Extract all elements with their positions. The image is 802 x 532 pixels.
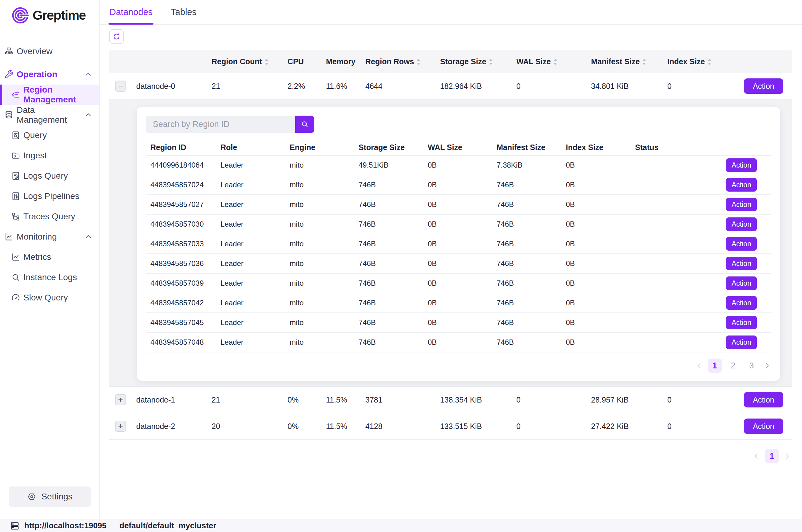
region-search [146, 116, 771, 133]
search-button[interactable] [295, 116, 314, 133]
sidebar-item-label: Metrics [23, 252, 51, 262]
sidebar-item-ingest[interactable]: Ingest [0, 146, 99, 166]
sliders-icon [11, 192, 20, 201]
sort-icon[interactable] [707, 58, 712, 65]
memory-value: 11.5% [321, 422, 360, 431]
region-action-button[interactable]: Action [726, 158, 757, 172]
action-button[interactable]: Action [744, 419, 783, 434]
wal-size-value: 0B [423, 161, 492, 169]
sidebar-item-monitoring[interactable]: Monitoring [0, 227, 99, 247]
page-button[interactable]: 1 [708, 359, 722, 373]
sidebar-item-instance-logs[interactable]: Instance Logs [0, 267, 99, 287]
refresh-icon [112, 32, 121, 41]
status-bar: http://localhost:19095 default/default_m… [0, 519, 802, 532]
next-page-button[interactable] [763, 362, 771, 369]
action-button[interactable]: Action [744, 392, 783, 407]
column-header-label: Storage Size [359, 143, 405, 152]
region-action-button[interactable]: Action [726, 217, 757, 231]
refresh-button[interactable] [109, 29, 124, 44]
tab[interactable]: Datanodes [110, 0, 153, 24]
page-button[interactable]: 2 [726, 359, 740, 373]
cluster-name[interactable]: default/default_mycluster [119, 521, 216, 530]
chevron-right-icon [783, 452, 791, 460]
cpu-value: 0% [282, 396, 321, 404]
chevron-up-icon[interactable] [84, 71, 92, 78]
main-content: Datanodes Tables [100, 0, 802, 519]
column-header: Storage Size [354, 143, 423, 152]
wrench-icon [4, 70, 14, 79]
index-size-value: 0B [561, 279, 631, 287]
gauge-icon [11, 293, 20, 302]
role-value: Leader [216, 299, 285, 307]
prev-page-button[interactable] [695, 362, 703, 369]
manifest-size-value: 7.38KiB [492, 161, 561, 169]
wal-size-value: 0B [423, 180, 492, 189]
action-button[interactable]: Action [744, 78, 783, 94]
sidebar-item-traces-query[interactable]: Traces Query [0, 206, 99, 227]
sidebar-item-region-management[interactable]: Region Management [0, 84, 99, 105]
region-id: 4483945857030 [146, 220, 216, 228]
cpu-value: 2.2% [282, 82, 321, 91]
region-id: 4483945857048 [146, 338, 216, 346]
region-action-button[interactable]: Action [726, 336, 757, 349]
region-id: 4483945857027 [146, 200, 216, 209]
region-action-button[interactable]: Action [726, 237, 757, 251]
region-action-button[interactable]: Action [726, 296, 757, 310]
wal-size-value: 0B [423, 259, 492, 268]
storage-size-value: 138.354 KiB [435, 396, 511, 404]
sidebar-item-logs-query[interactable]: Logs Query [0, 166, 99, 186]
manifest-size-value: 34.801 KiB [586, 82, 662, 91]
index-size-value: 0 [662, 396, 736, 404]
greptime-spiral-icon [12, 7, 29, 24]
sort-icon[interactable] [265, 58, 269, 65]
index-size-value: 0 [662, 422, 736, 431]
sidebar-item-metrics[interactable]: Metrics [0, 247, 99, 267]
wal-size-value: 0 [511, 422, 586, 431]
action-cell: Action [736, 78, 792, 94]
column-header-label: Manifest Size [497, 143, 545, 152]
engine-value: mito [285, 338, 354, 346]
page-button[interactable]: 1 [765, 449, 779, 463]
region-action-button[interactable]: Action [726, 316, 757, 329]
server-url[interactable]: http://localhost:19095 [24, 521, 107, 530]
doc-edit-icon [11, 171, 20, 180]
action-cell: Action [695, 217, 771, 231]
sort-icon[interactable] [553, 58, 557, 65]
page-button[interactable]: 3 [744, 359, 759, 373]
engine-value: mito [285, 279, 354, 287]
chevron-up-icon[interactable] [84, 233, 92, 241]
search-input[interactable] [146, 116, 295, 133]
next-page-button[interactable] [783, 452, 791, 460]
role-value: Leader [216, 279, 285, 287]
expand-button[interactable] [115, 421, 126, 432]
storage-size-value: 746B [354, 338, 423, 346]
collapse-button[interactable] [115, 80, 126, 92]
expand-button[interactable] [115, 394, 126, 405]
engine-value: mito [285, 180, 354, 189]
chevron-up-icon[interactable] [84, 111, 92, 119]
role-value: Leader [216, 259, 285, 268]
settings-button[interactable]: Settings [8, 487, 91, 507]
region-action-button[interactable]: Action [726, 277, 757, 290]
region-action-button[interactable]: Action [726, 198, 757, 211]
region-action-button[interactable]: Action [726, 257, 757, 270]
column-header: Manifest Size [492, 143, 561, 152]
sidebar-item-operation[interactable]: Operation [0, 64, 99, 84]
sidebar-item-data-management[interactable]: Data Management [0, 105, 99, 125]
storage-size-value: 746B [354, 220, 423, 228]
sidebar-item-slow-query[interactable]: Slow Query [0, 287, 99, 308]
region-action-button[interactable]: Action [726, 178, 757, 192]
tab[interactable]: Tables [171, 0, 196, 24]
sort-icon[interactable] [416, 58, 421, 65]
sidebar-item-logs-pipelines[interactable]: Logs Pipelines [0, 186, 99, 206]
brand-logo[interactable]: Greptime [0, 0, 99, 31]
region-panel-card: Region ID Role Engine Storage Size [137, 107, 780, 381]
prev-page-button[interactable] [752, 452, 761, 460]
wal-size-value: 0 [511, 396, 586, 404]
sort-icon[interactable] [642, 58, 646, 65]
sidebar-item-overview[interactable]: Overview [0, 41, 99, 61]
sort-icon[interactable] [489, 58, 493, 65]
wal-size-value: 0 [511, 82, 586, 91]
sidebar-item-query[interactable]: Query [0, 125, 99, 146]
minus-icon [117, 83, 124, 90]
